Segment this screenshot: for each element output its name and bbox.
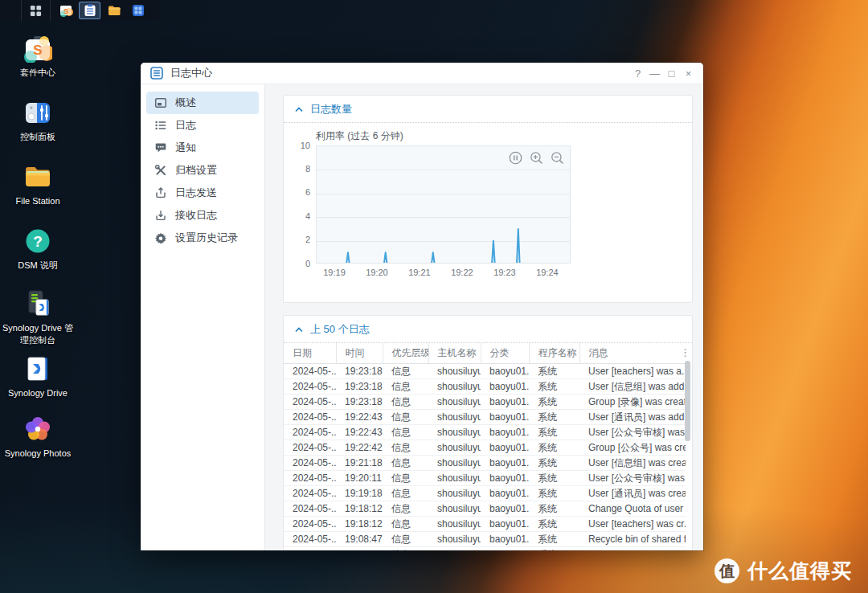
desktop-icon-synology-photos[interactable]: Synology Photos xyxy=(2,415,74,460)
log-count-panel-header: 日志数量 xyxy=(284,96,692,123)
main-menu-button[interactable] xyxy=(22,0,51,21)
table-cell: 2024-05-... xyxy=(284,547,336,551)
table-cell: 19:23:18 xyxy=(336,395,383,410)
zoom-out-icon[interactable] xyxy=(551,151,564,165)
table-row[interactable]: 2024-05-...19:22:42信息shousiluyubaoyu01..… xyxy=(284,440,686,456)
column-header[interactable]: 时间 xyxy=(336,343,383,364)
taskbar-package-center-button[interactable]: S xyxy=(55,2,76,19)
table-cell: baoyu01... xyxy=(481,425,529,440)
x-axis-tick-label: 19:21 xyxy=(408,268,431,277)
desktop-icon-dsm-help[interactable]: ?DSM 说明 xyxy=(2,227,74,272)
table-row[interactable]: 2024-05-...19:21:18信息shousiluyubaoyu01..… xyxy=(284,456,686,471)
table-row[interactable]: 2024-05-...19:18:12信息shousiluyubaoyu01..… xyxy=(284,501,686,517)
desktop-icon-control-panel[interactable]: 控制面板 xyxy=(2,98,74,143)
minimize-button[interactable]: — xyxy=(646,65,663,81)
table-row[interactable]: 2024-05-...19:23:18信息shousiluyubaoyu01..… xyxy=(284,379,686,395)
window-titlebar[interactable]: 日志中心 ? — □ × xyxy=(141,63,703,84)
desktop-icon-column: S套件中心控制面板File Station?DSM 说明Synology Dri… xyxy=(2,0,74,562)
table-row[interactable]: 2024-05-...19:19:18信息shousiluyubaoyu01..… xyxy=(284,486,686,501)
table-row[interactable]: 2024-05-...19:08:47信息shousiluyubaoyu01..… xyxy=(284,547,686,551)
sidebar-item-receive-logs[interactable]: 接收日志 xyxy=(146,204,259,227)
taskbar-apps: S xyxy=(51,2,153,19)
svg-text:S: S xyxy=(63,7,68,15)
taskbar-spacer xyxy=(0,0,22,21)
table-row[interactable]: 2024-05-...19:08:47信息shousiluyubaoyu01..… xyxy=(284,532,686,547)
sidebar-item-archive-settings[interactable]: 归档设置 xyxy=(146,159,259,182)
desktop-icon-label: Synology Drive 管理控制台 xyxy=(2,322,74,346)
close-button[interactable]: × xyxy=(680,65,697,81)
table-cell: 信息 xyxy=(383,532,428,547)
table-cell: 系统 xyxy=(529,501,579,517)
watermark: 值 什么值得买 xyxy=(714,558,852,584)
desktop-icon-package-center[interactable]: S套件中心 xyxy=(2,34,74,79)
table-cell: 系统 xyxy=(529,517,579,532)
column-header[interactable]: 日期 xyxy=(284,343,336,364)
sidebar-item-settings-history[interactable]: 设置历史记录 xyxy=(146,227,259,249)
table-row[interactable]: 2024-05-...19:20:11信息shousiluyubaoyu01..… xyxy=(284,471,686,486)
table-cell: User [通讯员] was crea... xyxy=(579,486,686,501)
sidebar-item-notifications[interactable]: 通知 xyxy=(146,137,259,159)
table-cell: shousiluyu xyxy=(428,532,481,547)
sidebar-item-label: 接收日志 xyxy=(175,208,217,223)
table-row[interactable]: 2024-05-...19:23:18信息shousiluyubaoyu01..… xyxy=(284,364,686,379)
collapse-chevron-icon[interactable] xyxy=(295,107,303,112)
table-cell: User [信息组] was add... xyxy=(579,379,686,395)
desktop-icon-synology-drive[interactable]: Synology Drive xyxy=(2,354,74,399)
sidebar-item-overview[interactable]: 概述 xyxy=(146,92,259,114)
sidebar-item-logs[interactable]: 日志 xyxy=(146,114,259,137)
sidebar-item-label: 通知 xyxy=(175,141,196,155)
table-header-row: 日期时间优先层级主机名称分类程序名称消息 xyxy=(284,343,686,364)
column-header[interactable]: 分类 xyxy=(481,343,529,364)
table-row[interactable]: 2024-05-...19:23:18信息shousiluyubaoyu01..… xyxy=(284,395,686,410)
desktop-icon-label: 控制面板 xyxy=(20,131,55,143)
table-cell: baoyu01... xyxy=(481,410,529,425)
table-cell: User [teachers] was cr... xyxy=(579,517,686,532)
column-header[interactable]: 消息 xyxy=(579,343,686,364)
table-cell: 信息 xyxy=(383,379,428,395)
table-cell: 系统 xyxy=(529,532,579,547)
sidebar-item-label: 概述 xyxy=(175,96,196,110)
maximize-button[interactable]: □ xyxy=(663,65,680,81)
table-cell: 19:22:42 xyxy=(336,440,383,456)
taskbar-file-station-button[interactable] xyxy=(103,2,125,19)
x-axis-tick-label: 19:24 xyxy=(536,268,559,277)
table-cell: shousiluyu xyxy=(428,379,481,395)
table-cell: 19:23:18 xyxy=(336,364,383,379)
table-cell: User [信息组] was crea... xyxy=(579,456,686,471)
column-settings-button[interactable]: ⋮ xyxy=(680,346,690,359)
column-header[interactable]: 主机名称 xyxy=(428,343,481,364)
help-button[interactable]: ? xyxy=(629,65,646,81)
sidebar-item-log-sending[interactable]: 日志发送 xyxy=(146,182,259,204)
column-header[interactable]: 程序名称 xyxy=(529,343,579,364)
table-cell: Normal shared folder [... xyxy=(579,547,686,551)
desktop-icon-drive-admin-console[interactable]: Synology Drive 管理控制台 xyxy=(2,289,74,346)
pause-icon[interactable] xyxy=(509,151,522,165)
taskbar-app-grid-button[interactable] xyxy=(127,2,149,19)
desktop-icon-file-station[interactable]: File Station xyxy=(2,162,74,207)
table-cell: 2024-05-... xyxy=(284,440,336,456)
window-title: 日志中心 xyxy=(170,66,212,80)
table-row[interactable]: 2024-05-...19:22:43信息shousiluyubaoyu01..… xyxy=(284,410,686,425)
table-cell: 信息 xyxy=(383,486,428,501)
synology-drive-icon xyxy=(23,354,52,383)
table-cell: 19:22:43 xyxy=(336,425,383,440)
table-row[interactable]: 2024-05-...19:22:43信息shousiluyubaoyu01..… xyxy=(284,425,686,440)
taskbar-log-center-button[interactable] xyxy=(79,2,100,19)
export-icon xyxy=(154,186,167,199)
zoom-in-icon[interactable] xyxy=(530,151,543,165)
sidebar-item-label: 设置历史记录 xyxy=(175,231,238,245)
column-header[interactable]: 优先层级 xyxy=(383,343,428,364)
control-panel-icon xyxy=(23,98,52,127)
table-cell: 信息 xyxy=(383,471,428,486)
table-row[interactable]: 2024-05-...19:18:12信息shousiluyubaoyu01..… xyxy=(284,517,686,532)
table-cell: shousiluyu xyxy=(428,456,481,471)
table-cell: 19:19:18 xyxy=(336,486,383,501)
recent-logs-panel: 上 50 个日志 日期时间优先层级主机名称分类程序名称消息 2024-05-..… xyxy=(283,315,693,550)
table-cell: baoyu01... xyxy=(481,364,529,379)
table-cell: User [teachers] was a... xyxy=(579,364,686,379)
table-scrollbar[interactable] xyxy=(685,361,690,441)
table-cell: 系统 xyxy=(529,410,579,425)
gear-icon xyxy=(154,231,167,244)
chart-section-title: 日志数量 xyxy=(310,102,352,117)
collapse-chevron-icon[interactable] xyxy=(295,327,303,333)
